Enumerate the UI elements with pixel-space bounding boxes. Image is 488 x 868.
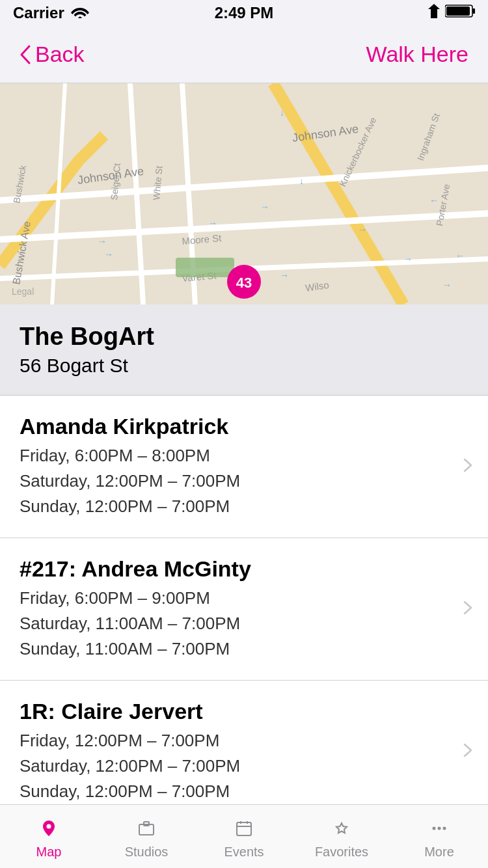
events-tab-icon [235,819,253,842]
artist-item[interactable]: #217: Andrea McGintyFriday, 6:00PM – 9:0… [0,538,488,681]
artist-list: Amanda KirkpatrickFriday, 6:00PM – 8:00P… [0,396,488,804]
svg-rect-45 [237,822,251,835]
wifi-icon [71,4,89,22]
svg-text:←: ← [429,195,439,206]
svg-text:↓: ↓ [280,107,284,118]
tab-events[interactable]: Events [195,814,293,860]
svg-point-51 [443,826,446,830]
status-right [428,4,475,22]
tab-events-label: Events [224,845,264,860]
tab-favorites-label: Favorites [315,845,368,860]
svg-point-49 [433,826,436,830]
battery-icon [445,4,475,22]
tab-studios-label: Studios [125,845,169,860]
tab-favorites[interactable]: Favorites [293,814,390,860]
chevron-right-icon [463,741,472,762]
svg-text:→: → [104,249,113,260]
map-tab-icon [40,819,58,842]
venue-address: 56 Bogart St [20,355,468,377]
status-left: Carrier [13,4,89,22]
svg-point-42 [47,824,51,828]
tab-map-label: Map [36,845,62,860]
studios-tab-icon [137,819,156,842]
artist-item[interactable]: 1R: Claire JervertFriday, 12:00PM – 7:00… [0,681,488,804]
svg-point-0 [78,17,81,19]
tab-map[interactable]: Map [0,814,98,860]
svg-text:Legal: Legal [12,286,34,297]
artist-item[interactable]: Amanda KirkpatrickFriday, 6:00PM – 8:00P… [0,396,488,538]
back-button[interactable]: Back [20,42,85,67]
svg-text:↓: ↓ [299,176,304,186]
svg-text:→: → [208,218,217,228]
tab-studios[interactable]: Studios [98,814,195,860]
tab-more-label: More [424,845,454,860]
carrier-label: Carrier [13,4,64,22]
chevron-right-icon [463,456,472,477]
map-area[interactable]: Johnson Ave Johnson Ave Bushwick Seigel … [0,83,488,305]
artist-hours: Friday, 6:00PM – 9:00PM Saturday, 11:00A… [20,586,449,662]
status-bar: Carrier 2:49 PM [0,0,488,26]
status-time: 2:49 PM [215,4,274,22]
walk-here-button[interactable]: Walk Here [366,42,468,67]
svg-text:43: 43 [236,275,252,291]
artist-name: Amanda Kirkpatrick [20,414,449,439]
svg-point-50 [438,826,441,830]
svg-text:→: → [442,280,452,290]
favorites-tab-icon [332,819,351,842]
venue-info: The BogArt 56 Bogart St [0,305,488,396]
artist-hours: Friday, 6:00PM – 8:00PM Saturday, 12:00P… [20,443,449,519]
svg-text:→: → [280,270,289,280]
svg-text:→: → [98,236,107,247]
nav-bar: Back Walk Here [0,26,488,83]
svg-text:→: → [403,254,413,264]
svg-text:→: → [358,224,367,235]
svg-text:→: → [260,202,269,212]
svg-rect-3 [446,7,470,16]
artist-name: #217: Andrea McGinty [20,556,449,582]
chevron-right-icon [463,599,472,619]
svg-text:←: ← [455,251,465,261]
back-label: Back [35,42,85,67]
svg-rect-2 [472,8,475,14]
tab-more[interactable]: More [390,814,488,860]
location-icon [428,4,440,22]
content-area: Johnson Ave Johnson Ave Bushwick Seigel … [0,83,488,804]
more-tab-icon [430,819,448,842]
artist-name: 1R: Claire Jervert [20,699,449,724]
tab-bar: Map Studios Events Favorites [0,804,488,868]
artist-hours: Friday, 12:00PM – 7:00PM Saturday, 12:00… [20,728,449,804]
venue-name: The BogArt [20,323,468,351]
svg-rect-23 [176,258,234,277]
